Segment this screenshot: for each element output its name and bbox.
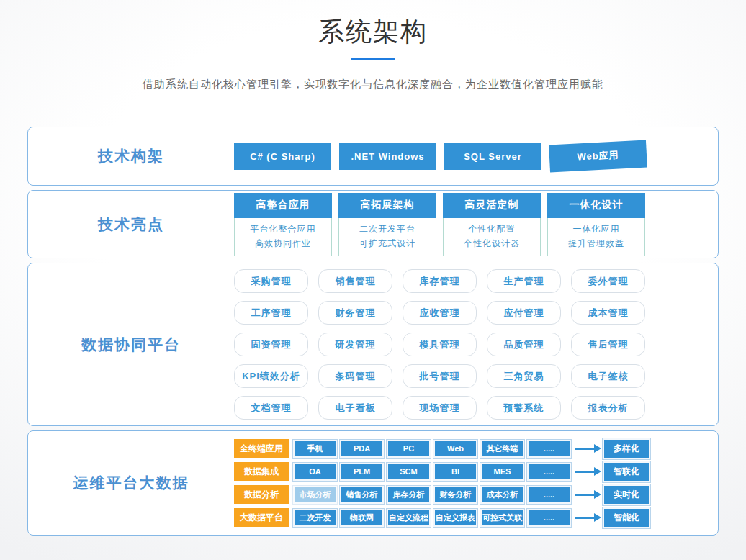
module-chip: 应付管理 (487, 301, 561, 325)
tech-stack-button: Web应用 (549, 140, 647, 172)
bigdata-item-chip: BI (433, 463, 477, 481)
module-chip: 批号管理 (403, 364, 477, 388)
bigdata-row: 全终端应用手机PDAPCWeb其它终端.....多样化 (234, 438, 650, 459)
bigdata-item-chip: 物联网 (340, 509, 384, 527)
bigdata-item-chip: OA (293, 463, 337, 481)
page-title: 系统架构 (0, 16, 746, 48)
module-chip: 生产管理 (487, 269, 561, 293)
highlight-card-title: 高灵活定制 (443, 193, 541, 218)
module-chip: 报表分析 (571, 396, 645, 420)
highlight-card-line: 高效协同作业 (235, 236, 331, 250)
bigdata-item-chip: 可控式关联 (480, 509, 524, 527)
highlight-card-row: 高整合应用平台化整合应用高效协同作业高拓展架构二次开发平台可扩充式设计高灵活定制… (234, 191, 718, 258)
bigdata-item-chip: 自定义流程 (387, 509, 431, 527)
highlight-card-line: 个性化配置 (444, 222, 540, 236)
section-bigdata: 运维平台大数据 全终端应用手机PDAPCWeb其它终端.....多样化数据集成O… (27, 430, 719, 536)
module-chip: 售后管理 (571, 333, 645, 356)
bigdata-item-chip: ..... (527, 486, 571, 504)
arrow-head (594, 467, 601, 476)
bigdata-item-chip: PLM (340, 463, 384, 481)
bigdata-rows: 全终端应用手机PDAPCWeb其它终端.....多样化数据集成OAPLMSCMB… (234, 431, 718, 535)
arrow-line (575, 448, 594, 450)
module-chip: 财务管理 (318, 301, 392, 325)
right-arrow-icon (575, 444, 601, 453)
bigdata-item-chip: 自定义报表 (433, 509, 477, 527)
bigdata-item-chip: 手机 (293, 440, 337, 458)
module-chip: KPI绩效分析 (234, 364, 308, 388)
tech-stack-button-row: C# (C Sharp).NET WindowsSQL ServerWeb应用 (234, 127, 718, 185)
highlight-card-line: 提升管理效益 (548, 236, 644, 250)
bigdata-item-chip: PDA (340, 440, 384, 458)
module-chip: 品质管理 (487, 333, 561, 356)
section-highlights: 技术亮点 高整合应用平台化整合应用高效协同作业高拓展架构二次开发平台可扩充式设计… (27, 190, 719, 258)
tech-stack-button: C# (C Sharp) (234, 143, 331, 170)
bigdata-result-chip: 实时化 (603, 484, 650, 505)
page-header: 系统架构 借助系统自动化核心管理引擎，实现数字化与信息化深度融合，为企业数值化管… (0, 0, 746, 91)
title-underline (351, 58, 395, 60)
module-chip: 成本管理 (571, 301, 645, 325)
arrow-line (575, 517, 594, 519)
highlight-card-title: 一体化设计 (547, 193, 645, 218)
bigdata-item-chip: 库存分析 (387, 486, 431, 504)
highlight-card-line: 二次开发平台 (339, 222, 436, 236)
highlight-card-title: 高拓展架构 (338, 193, 436, 218)
right-arrow-icon (575, 490, 601, 499)
module-chip: 电子签核 (571, 364, 645, 388)
section-label-highlights: 技术亮点 (28, 191, 234, 258)
highlight-card-line: 可扩充式设计 (339, 236, 436, 250)
bigdata-category-label: 数据集成 (234, 462, 289, 481)
highlight-card-body: 个性化配置个性化设计器 (443, 218, 541, 256)
bigdata-item-chip: Web (433, 440, 477, 458)
arrow-head (594, 490, 601, 499)
bigdata-item-chip: ..... (527, 463, 571, 481)
tech-stack-button: .NET Windows (339, 143, 436, 170)
bigdata-item-chip: SCM (387, 463, 431, 481)
highlight-card-body: 平台化整合应用高效协同作业 (234, 218, 332, 256)
highlight-card-body: 二次开发平台可扩充式设计 (338, 218, 436, 256)
section-label-data-platform: 数据协同平台 (28, 263, 234, 425)
module-chip: 电子看板 (318, 396, 392, 420)
bigdata-row: 大数据平台二次开发物联网自定义流程自定义报表可控式关联.....智能化 (234, 507, 650, 528)
highlight-card: 高灵活定制个性化配置个性化设计器 (443, 193, 541, 256)
module-chip: 模具管理 (403, 333, 477, 356)
module-chip: 应收管理 (403, 301, 477, 325)
bigdata-item-chip: MES (480, 463, 524, 481)
module-chip: 预警系统 (487, 396, 561, 420)
module-chip: 工序管理 (234, 301, 308, 325)
arrow-line (575, 494, 594, 496)
bigdata-row: 数据分析市场分析销售分析库存分析财务分析成本分析.....实时化 (234, 484, 650, 505)
module-grid: 采购管理销售管理库存管理生产管理委外管理工序管理财务管理应收管理应付管理成本管理… (234, 263, 718, 425)
bigdata-result-chip: 智能化 (603, 507, 650, 528)
bigdata-item-chip: 财务分析 (433, 486, 477, 504)
bigdata-category-label: 数据分析 (234, 485, 289, 504)
highlight-card-title: 高整合应用 (234, 193, 332, 218)
system-architecture-page: 系统架构 借助系统自动化核心管理引擎，实现数字化与信息化深度融合，为企业数值化管… (0, 0, 746, 560)
bigdata-category-label: 全终端应用 (234, 439, 289, 458)
highlight-card-line: 一体化应用 (548, 222, 644, 236)
module-chip: 文档管理 (234, 396, 308, 420)
bigdata-item-chip: 市场分析 (293, 486, 337, 504)
highlight-card-body: 一体化应用提升管理效益 (547, 218, 645, 256)
bigdata-item-chip: 其它终端 (480, 440, 524, 458)
highlight-card-line: 平台化整合应用 (235, 222, 331, 236)
highlight-card: 一体化设计一体化应用提升管理效益 (547, 193, 645, 256)
bigdata-item-chip: ..... (527, 509, 571, 527)
right-arrow-icon (575, 467, 601, 476)
section-data-platform: 数据协同平台 采购管理销售管理库存管理生产管理委外管理工序管理财务管理应收管理应… (27, 263, 719, 426)
bigdata-item-chip: 二次开发 (293, 509, 337, 527)
bigdata-category-label: 大数据平台 (234, 508, 289, 527)
bigdata-result-chip: 多样化 (603, 438, 650, 459)
arrow-head (594, 513, 601, 522)
tech-stack-button: SQL Server (444, 143, 541, 170)
module-chip: 研发管理 (318, 333, 392, 356)
bigdata-result-chip: 智联化 (603, 461, 650, 482)
highlight-card: 高整合应用平台化整合应用高效协同作业 (234, 193, 332, 256)
module-chip: 现场管理 (403, 396, 477, 420)
right-arrow-icon (575, 513, 601, 522)
arrow-head (594, 444, 601, 453)
page-subtitle: 借助系统自动化核心管理引擎，实现数字化与信息化深度融合，为企业数值化管理应用赋能 (0, 78, 746, 91)
highlight-card: 高拓展架构二次开发平台可扩充式设计 (338, 193, 436, 256)
module-chip: 库存管理 (403, 269, 477, 293)
section-label-bigdata: 运维平台大数据 (28, 431, 234, 535)
highlight-card-line: 个性化设计器 (444, 236, 540, 250)
